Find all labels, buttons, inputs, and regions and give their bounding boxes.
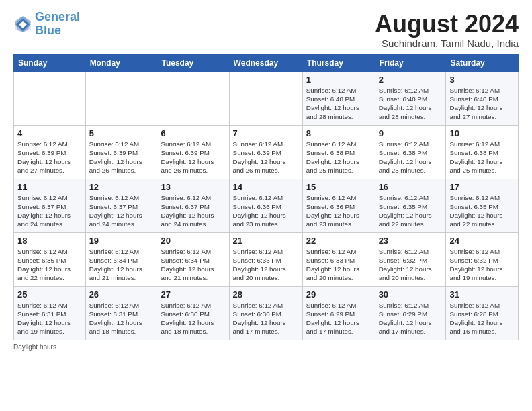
day-cell: 11Sunrise: 6:12 AM Sunset: 6:37 PM Dayli…: [14, 179, 86, 232]
day-number: 15: [306, 182, 371, 192]
day-info: Sunrise: 6:12 AM Sunset: 6:36 PM Dayligh…: [306, 193, 371, 229]
day-info: Sunrise: 6:12 AM Sunset: 6:40 PM Dayligh…: [379, 86, 443, 122]
day-cell: 22Sunrise: 6:12 AM Sunset: 6:33 PM Dayli…: [302, 232, 375, 286]
day-cell: 24Sunrise: 6:12 AM Sunset: 6:32 PM Dayli…: [446, 232, 519, 286]
day-cell: 4Sunrise: 6:12 AM Sunset: 6:39 PM Daylig…: [14, 125, 86, 179]
subtitle: Suchindram, Tamil Nadu, India: [375, 38, 519, 49]
day-number: 1: [306, 75, 371, 85]
footer-note: Daylight hours: [13, 343, 519, 351]
day-cell: 31Sunrise: 6:12 AM Sunset: 6:28 PM Dayli…: [446, 286, 519, 340]
day-cell: 19Sunrise: 6:12 AM Sunset: 6:34 PM Dayli…: [85, 232, 157, 286]
day-info: Sunrise: 6:12 AM Sunset: 6:28 PM Dayligh…: [449, 301, 515, 336]
day-number: 16: [379, 182, 443, 192]
day-number: 18: [17, 236, 82, 246]
logo-line1: General: [35, 10, 80, 24]
day-number: 3: [449, 75, 515, 85]
day-info: Sunrise: 6:12 AM Sunset: 6:29 PM Dayligh…: [306, 301, 371, 336]
day-cell: 5Sunrise: 6:12 AM Sunset: 6:39 PM Daylig…: [85, 125, 157, 179]
week-row-4: 25Sunrise: 6:12 AM Sunset: 6:31 PM Dayli…: [14, 286, 519, 340]
day-cell: 7Sunrise: 6:12 AM Sunset: 6:39 PM Daylig…: [229, 125, 302, 179]
day-cell: 13Sunrise: 6:12 AM Sunset: 6:37 PM Dayli…: [157, 179, 229, 232]
day-cell: 18Sunrise: 6:12 AM Sunset: 6:35 PM Dayli…: [14, 232, 86, 286]
calendar-body: 1Sunrise: 6:12 AM Sunset: 6:40 PM Daylig…: [14, 71, 519, 340]
day-info: Sunrise: 6:12 AM Sunset: 6:31 PM Dayligh…: [89, 301, 154, 336]
day-number: 6: [161, 128, 225, 138]
day-number: 8: [306, 128, 371, 138]
day-header-thursday: Thursday: [302, 54, 375, 71]
day-number: 17: [449, 182, 515, 192]
day-info: Sunrise: 6:12 AM Sunset: 6:32 PM Dayligh…: [379, 247, 443, 283]
day-info: Sunrise: 6:12 AM Sunset: 6:37 PM Dayligh…: [161, 193, 225, 229]
day-info: Sunrise: 6:12 AM Sunset: 6:34 PM Dayligh…: [161, 247, 225, 283]
day-number: 13: [161, 182, 225, 192]
day-info: Sunrise: 6:12 AM Sunset: 6:39 PM Dayligh…: [161, 140, 225, 175]
day-info: Sunrise: 6:12 AM Sunset: 6:38 PM Dayligh…: [449, 140, 515, 175]
day-info: Sunrise: 6:12 AM Sunset: 6:36 PM Dayligh…: [233, 193, 299, 229]
day-info: Sunrise: 6:12 AM Sunset: 6:35 PM Dayligh…: [449, 193, 515, 229]
day-info: Sunrise: 6:12 AM Sunset: 6:40 PM Dayligh…: [449, 86, 515, 122]
day-number: 24: [449, 236, 515, 246]
day-number: 26: [89, 289, 154, 300]
day-info: Sunrise: 6:12 AM Sunset: 6:40 PM Dayligh…: [306, 86, 371, 122]
day-header-sunday: Sunday: [14, 54, 86, 71]
day-info: Sunrise: 6:12 AM Sunset: 6:38 PM Dayligh…: [379, 140, 443, 175]
day-cell: 12Sunrise: 6:12 AM Sunset: 6:37 PM Dayli…: [85, 179, 157, 232]
day-info: Sunrise: 6:12 AM Sunset: 6:30 PM Dayligh…: [233, 301, 299, 336]
day-header-saturday: Saturday: [446, 54, 519, 71]
day-info: Sunrise: 6:12 AM Sunset: 6:38 PM Dayligh…: [306, 140, 371, 175]
day-number: 4: [17, 128, 82, 138]
day-number: 11: [17, 182, 82, 192]
day-cell: 16Sunrise: 6:12 AM Sunset: 6:35 PM Dayli…: [375, 179, 446, 232]
week-row-0: 1Sunrise: 6:12 AM Sunset: 6:40 PM Daylig…: [14, 71, 519, 125]
day-info: Sunrise: 6:12 AM Sunset: 6:37 PM Dayligh…: [89, 193, 154, 229]
calendar-header: SundayMondayTuesdayWednesdayThursdayFrid…: [14, 54, 519, 71]
day-info: Sunrise: 6:12 AM Sunset: 6:31 PM Dayligh…: [17, 301, 82, 336]
day-info: Sunrise: 6:12 AM Sunset: 6:39 PM Dayligh…: [233, 140, 299, 175]
day-cell: 29Sunrise: 6:12 AM Sunset: 6:29 PM Dayli…: [302, 286, 375, 340]
day-cell: 10Sunrise: 6:12 AM Sunset: 6:38 PM Dayli…: [446, 125, 519, 179]
day-number: 12: [89, 182, 154, 192]
day-cell: 23Sunrise: 6:12 AM Sunset: 6:32 PM Dayli…: [375, 232, 446, 286]
day-number: 30: [379, 289, 443, 300]
logo-icon: [13, 15, 32, 34]
day-cell: 26Sunrise: 6:12 AM Sunset: 6:31 PM Dayli…: [85, 286, 157, 340]
day-cell: [229, 71, 302, 125]
day-info: Sunrise: 6:12 AM Sunset: 6:35 PM Dayligh…: [379, 193, 443, 229]
day-number: 22: [306, 236, 371, 246]
logo-text: General Blue: [35, 11, 80, 38]
day-number: 19: [89, 236, 154, 246]
day-cell: 3Sunrise: 6:12 AM Sunset: 6:40 PM Daylig…: [446, 71, 519, 125]
day-cell: 28Sunrise: 6:12 AM Sunset: 6:30 PM Dayli…: [229, 286, 302, 340]
title-area: August 2024 Suchindram, Tamil Nadu, Indi…: [375, 11, 519, 49]
day-number: 27: [161, 289, 225, 300]
day-cell: 14Sunrise: 6:12 AM Sunset: 6:36 PM Dayli…: [229, 179, 302, 232]
day-number: 10: [449, 128, 515, 138]
day-number: 14: [233, 182, 299, 192]
day-info: Sunrise: 6:12 AM Sunset: 6:35 PM Dayligh…: [17, 247, 82, 283]
day-info: Sunrise: 6:12 AM Sunset: 6:39 PM Dayligh…: [89, 140, 154, 175]
day-header-tuesday: Tuesday: [157, 54, 229, 71]
header: General Blue August 2024 Suchindram, Tam…: [13, 11, 519, 49]
day-cell: 27Sunrise: 6:12 AM Sunset: 6:30 PM Dayli…: [157, 286, 229, 340]
day-info: Sunrise: 6:12 AM Sunset: 6:30 PM Dayligh…: [161, 301, 225, 336]
day-info: Sunrise: 6:12 AM Sunset: 6:33 PM Dayligh…: [233, 247, 299, 283]
month-title: August 2024: [375, 11, 519, 38]
day-cell: 9Sunrise: 6:12 AM Sunset: 6:38 PM Daylig…: [375, 125, 446, 179]
week-row-3: 18Sunrise: 6:12 AM Sunset: 6:35 PM Dayli…: [14, 232, 519, 286]
day-cell: 8Sunrise: 6:12 AM Sunset: 6:38 PM Daylig…: [302, 125, 375, 179]
day-number: 7: [233, 128, 299, 138]
day-number: 29: [306, 289, 371, 300]
day-cell: [85, 71, 157, 125]
day-cell: 6Sunrise: 6:12 AM Sunset: 6:39 PM Daylig…: [157, 125, 229, 179]
day-cell: 30Sunrise: 6:12 AM Sunset: 6:29 PM Dayli…: [375, 286, 446, 340]
day-number: 5: [89, 128, 154, 138]
day-header-friday: Friday: [375, 54, 446, 71]
day-info: Sunrise: 6:12 AM Sunset: 6:32 PM Dayligh…: [449, 247, 515, 283]
calendar-table: SundayMondayTuesdayWednesdayThursdayFrid…: [13, 54, 519, 340]
day-number: 23: [379, 236, 443, 246]
day-cell: 25Sunrise: 6:12 AM Sunset: 6:31 PM Dayli…: [14, 286, 86, 340]
logo-line2: Blue: [35, 24, 61, 37]
day-info: Sunrise: 6:12 AM Sunset: 6:37 PM Dayligh…: [17, 193, 82, 229]
day-info: Sunrise: 6:12 AM Sunset: 6:34 PM Dayligh…: [89, 247, 154, 283]
day-number: 31: [449, 289, 515, 300]
